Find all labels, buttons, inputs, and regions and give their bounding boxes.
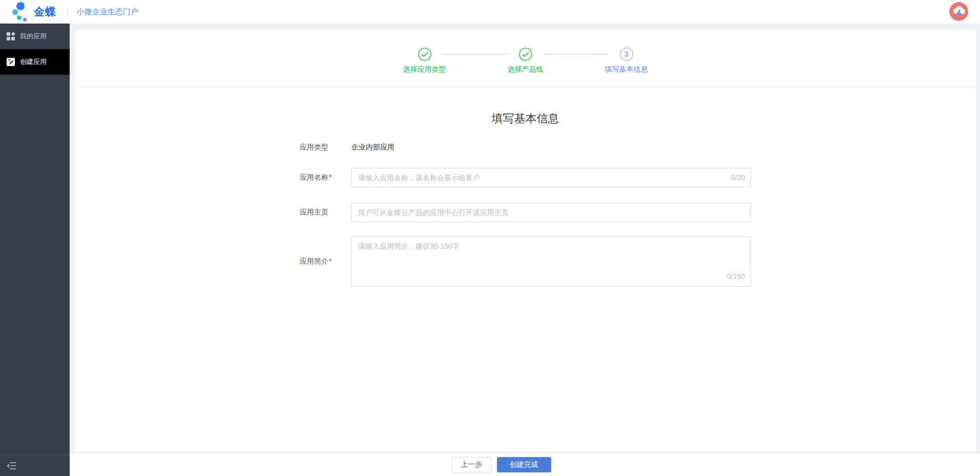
sidebar-item-label: 创建应用 — [20, 57, 47, 67]
app-intro-label: 应用简介* — [300, 257, 351, 266]
sidebar-footer — [0, 455, 70, 476]
check-circle-icon — [519, 54, 532, 62]
step-choose-app-type: 选择应用类型 — [418, 48, 431, 61]
sidebar-item-my-apps[interactable]: 我的应用 — [0, 24, 70, 49]
top-header: 金蝶 ｜ 小微企业生态门户 — [0, 0, 980, 24]
step-label: 填写基本信息 — [605, 65, 648, 74]
page-title: 填写基本信息 — [75, 111, 976, 126]
required-asterisk: * — [329, 257, 331, 265]
previous-step-button[interactable]: 上一步 — [452, 457, 492, 472]
field-row-app-name: 应用名称* 0/20 — [300, 168, 751, 187]
sidebar-item-create-app[interactable]: 创建应用 — [0, 49, 70, 75]
wizard-footer-bar: 上一步 创建完成 — [70, 452, 980, 476]
grid-apps-icon — [6, 32, 15, 41]
app-home-input[interactable] — [351, 203, 751, 222]
app-name-label: 应用名称* — [300, 173, 351, 182]
edit-square-icon — [6, 57, 15, 67]
kingdee-logo-icon — [12, 1, 30, 23]
menu-fold-icon[interactable] — [6, 462, 16, 470]
step-fill-basic-info: 3 填写基本信息 — [620, 48, 633, 61]
stepper-connector — [545, 54, 608, 55]
create-complete-button[interactable]: 创建完成 — [497, 457, 551, 472]
sidebar-item-label: 我的应用 — [20, 32, 47, 41]
field-row-app-home: 应用主页 — [300, 203, 751, 222]
wizard-stepper: 选择应用类型 选择产品线 3 填写基本信息 — [75, 29, 976, 87]
app-name-input[interactable] — [351, 168, 751, 187]
app-intro-textarea[interactable] — [351, 236, 751, 287]
app-type-value: 企业内部应用 — [351, 143, 394, 152]
storm-cloud-avatar-icon — [949, 2, 968, 21]
step-label: 选择应用类型 — [403, 65, 446, 74]
field-row-app-type: 应用类型 企业内部应用 — [300, 141, 394, 154]
required-asterisk: * — [329, 173, 331, 181]
portal-title: 小微企业生态门户 — [77, 7, 138, 17]
step-number-circle: 3 — [620, 48, 633, 61]
sidebar: 我的应用 创建应用 — [0, 24, 70, 476]
step-label: 选择产品线 — [508, 65, 544, 74]
step-choose-product-line: 选择产品线 — [519, 48, 532, 61]
brand-name: 金蝶 — [34, 5, 56, 19]
user-avatar[interactable] — [949, 2, 968, 21]
main-content-card: 选择应用类型 选择产品线 3 填写基本信息 填写基本信息 应用类型 企业内部应用… — [75, 29, 976, 452]
stepper-connector — [444, 54, 507, 55]
check-circle-icon — [418, 54, 431, 62]
app-home-label: 应用主页 — [300, 208, 351, 217]
app-type-label: 应用类型 — [300, 143, 351, 152]
field-row-app-intro: 应用简介* 0/150 — [300, 236, 751, 287]
brand-divider: ｜ — [64, 7, 72, 17]
